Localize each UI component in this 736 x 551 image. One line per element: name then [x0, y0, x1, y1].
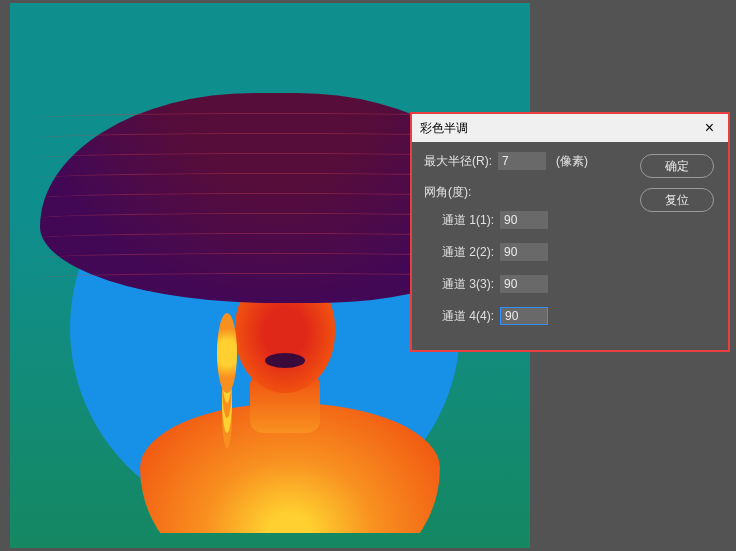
channel-1-label: 通道 1(1):	[442, 212, 494, 229]
pixels-label: (像素)	[556, 153, 588, 170]
close-icon[interactable]: ×	[699, 117, 720, 139]
channel-group: 通道 1(1): 通道 2(2): 通道 3(3): 通道 4(4):	[424, 211, 716, 325]
channel-2-input[interactable]	[500, 243, 548, 261]
dialog-title: 彩色半调	[420, 120, 468, 137]
max-radius-label: 最大半径(R):	[424, 153, 492, 170]
dialog-body: 确定 复位 最大半径(R): (像素) 网角(度): 通道 1(1): 通道 2…	[412, 142, 728, 349]
channel-3-row: 通道 3(3):	[442, 275, 716, 293]
channel-3-input[interactable]	[500, 275, 548, 293]
max-radius-input[interactable]	[498, 152, 546, 170]
channel-1-input[interactable]	[500, 211, 548, 229]
ok-button[interactable]: 确定	[640, 154, 714, 178]
figure-earring	[217, 313, 237, 393]
color-halftone-dialog: 彩色半调 × 确定 复位 最大半径(R): (像素) 网角(度): 通道 1(1…	[410, 112, 730, 352]
dialog-buttons: 确定 复位	[640, 154, 714, 212]
channel-3-label: 通道 3(3):	[442, 276, 494, 293]
channel-4-row: 通道 4(4):	[442, 307, 716, 325]
channel-1-row: 通道 1(1):	[442, 211, 716, 229]
channel-4-label: 通道 4(4):	[442, 308, 494, 325]
channel-4-input[interactable]	[500, 307, 548, 325]
figure-lips	[265, 353, 305, 368]
channel-2-label: 通道 2(2):	[442, 244, 494, 261]
reset-button[interactable]: 复位	[640, 188, 714, 212]
channel-2-row: 通道 2(2):	[442, 243, 716, 261]
dialog-titlebar[interactable]: 彩色半调 ×	[412, 114, 728, 142]
